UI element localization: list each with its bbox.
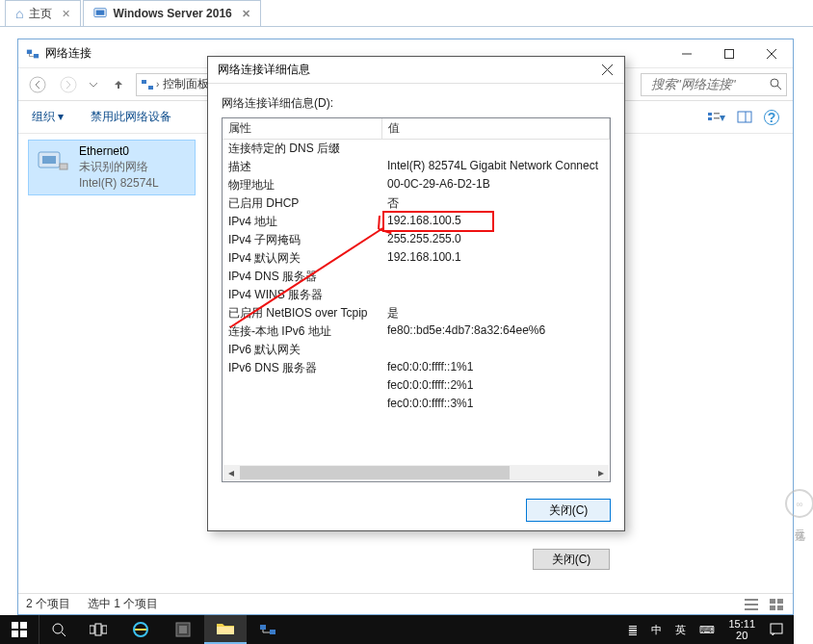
notification-center-icon[interactable]: [769, 622, 784, 637]
detail-row[interactable]: IPv4 地址192.168.100.5: [223, 213, 610, 231]
watermark: ∞ 亿速云: [790, 452, 809, 558]
dialog-subtitle: 网络连接详细信息(D):: [222, 95, 611, 112]
detail-row[interactable]: 物理地址00-0C-29-A6-D2-1B: [223, 176, 610, 194]
horizontal-scrollbar[interactable]: ◂ ▸: [223, 465, 609, 480]
view-dropdown-icon[interactable]: ▾: [706, 108, 725, 127]
detail-row[interactable]: IPv4 默认网关192.168.100.1: [223, 249, 610, 268]
dialog-close-button[interactable]: [593, 60, 620, 81]
breadcrumb-bar[interactable]: › 控制面板: [136, 73, 217, 96]
taskbar-network[interactable]: [247, 615, 289, 644]
scroll-thumb[interactable]: [240, 466, 510, 479]
keyboard-icon[interactable]: ⌨: [699, 624, 715, 636]
tab-windows-server[interactable]: Windows Server 2016 ✕: [83, 0, 260, 26]
detail-row[interactable]: 连接特定的 DNS 后缀: [223, 140, 610, 159]
svg-rect-23: [745, 599, 758, 601]
detail-row[interactable]: 连接-本地 IPv6 地址fe80::bd5e:4db7:8a32:64ee%6: [223, 322, 610, 341]
back-button[interactable]: [24, 72, 51, 97]
detail-property: [223, 396, 381, 414]
search-icon[interactable]: [769, 77, 782, 90]
status-item-count: 2 个项目: [26, 596, 70, 612]
adapter-device: Intel(R) 82574L Giga...: [79, 176, 191, 191]
svg-rect-16: [714, 113, 720, 115]
detail-value: 是: [381, 304, 610, 322]
status-selected-count: 选中 1 个项目: [88, 596, 158, 612]
maximize-button[interactable]: [708, 40, 750, 67]
network-details-dialog: 网络连接详细信息 网络连接详细信息(D): 属性 值 连接特定的 DNS 后缀描…: [207, 56, 625, 531]
svg-rect-34: [12, 631, 18, 637]
detail-row[interactable]: IPv6 默认网关: [223, 341, 610, 359]
tab-ws-close-icon[interactable]: ✕: [242, 8, 250, 20]
scroll-right-icon[interactable]: ▸: [593, 466, 609, 479]
start-button[interactable]: [0, 615, 39, 644]
detail-property: 连接-本地 IPv6 地址: [223, 322, 381, 341]
svg-rect-29: [777, 605, 783, 610]
details-listview[interactable]: 属性 值 连接特定的 DNS 后缀描述Intel(R) 82574L Gigab…: [222, 117, 611, 482]
detail-row[interactable]: 已启用 DHCP否: [223, 194, 610, 213]
window-close-button[interactable]: [750, 40, 793, 67]
taskbar-search-button[interactable]: [39, 615, 77, 644]
clock[interactable]: 15:11 20: [728, 618, 755, 641]
preview-pane-icon[interactable]: [735, 108, 754, 127]
search-input[interactable]: [645, 74, 782, 95]
scroll-left-icon[interactable]: ◂: [223, 466, 239, 479]
detail-row[interactable]: IPv4 WINS 服务器: [223, 286, 610, 304]
large-icons-view-icon[interactable]: [768, 597, 785, 612]
detail-row[interactable]: 已启用 NetBIOS over Tcpip是: [223, 304, 610, 322]
svg-rect-27: [777, 599, 783, 604]
detail-property: IPv4 子网掩码: [223, 231, 381, 249]
detail-row[interactable]: fec0:0:0:ffff::2%1: [223, 377, 610, 396]
tab-home-close-icon[interactable]: ✕: [62, 8, 70, 20]
svg-rect-39: [95, 624, 101, 635]
disable-device-button[interactable]: 禁用此网络设备: [91, 109, 171, 125]
svg-rect-44: [217, 627, 234, 634]
task-view-button[interactable]: [77, 615, 119, 644]
taskbar-explorer[interactable]: [204, 615, 247, 644]
detail-value: 192.168.100.1: [381, 249, 610, 268]
up-button[interactable]: [105, 72, 132, 97]
detail-row[interactable]: 描述Intel(R) 82574L Gigabit Network Connec…: [223, 158, 610, 176]
detail-row[interactable]: fec0:0:0:ffff::3%1: [223, 396, 610, 414]
detail-property: 描述: [223, 158, 381, 176]
behind-dialog-close-button[interactable]: 关闭(C): [533, 549, 610, 570]
ime-indicator-2[interactable]: 英: [675, 623, 686, 637]
taskbar-server-manager[interactable]: [162, 615, 204, 644]
detail-row[interactable]: IPv6 DNS 服务器fec0:0:0:ffff::1%1: [223, 359, 610, 377]
taskbar-ie[interactable]: [119, 615, 162, 644]
minimize-button[interactable]: [666, 40, 708, 67]
ime-indicator-1[interactable]: 中: [651, 623, 662, 637]
clock-date: 20: [736, 630, 747, 641]
organize-menu[interactable]: 组织 ▾: [32, 109, 64, 125]
dialog-close-action-button[interactable]: 关闭(C): [526, 499, 611, 522]
detail-value: 00-0C-29-A6-D2-1B: [381, 176, 610, 194]
forward-button[interactable]: [55, 72, 82, 97]
explorer-title-text: 网络连接: [45, 45, 92, 62]
crumb-sep-icon: ›: [154, 79, 161, 90]
detail-property: IPv6 默认网关: [223, 341, 381, 359]
detail-value: 否: [381, 194, 610, 213]
recent-dropdown[interactable]: [86, 72, 101, 97]
adapter-name: Ethernet0: [79, 144, 191, 158]
adapter-ethernet0[interactable]: Ethernet0 未识别的网络 Intel(R) 82574L Giga...: [28, 140, 196, 195]
svg-rect-18: [738, 112, 751, 122]
svg-rect-10: [142, 80, 146, 84]
breadcrumb-control-panel[interactable]: 控制面板: [161, 76, 211, 92]
detail-row[interactable]: IPv4 DNS 服务器: [223, 268, 610, 286]
tab-home[interactable]: ⌂ 主页 ✕: [5, 0, 81, 26]
tray-icon[interactable]: ䷀: [628, 624, 638, 636]
col-header-property[interactable]: 属性: [223, 118, 381, 140]
help-icon[interactable]: ?: [764, 110, 779, 125]
svg-rect-26: [770, 599, 775, 604]
tab-ws-label: Windows Server 2016: [113, 7, 231, 20]
details-view-icon[interactable]: [743, 597, 760, 612]
svg-rect-35: [20, 631, 27, 637]
detail-value: [381, 341, 610, 359]
svg-rect-5: [725, 49, 734, 58]
dialog-title-text: 网络连接详细信息: [218, 62, 310, 78]
detail-value: Intel(R) 82574L Gigabit Network Connect: [381, 158, 610, 176]
svg-rect-14: [708, 113, 712, 116]
detail-row[interactable]: IPv4 子网掩码255.255.255.0: [223, 231, 610, 249]
svg-rect-3: [34, 54, 39, 58]
detail-value: fec0:0:0:ffff::1%1: [381, 359, 610, 377]
col-header-value[interactable]: 值: [381, 118, 610, 140]
search-box[interactable]: [641, 73, 787, 96]
